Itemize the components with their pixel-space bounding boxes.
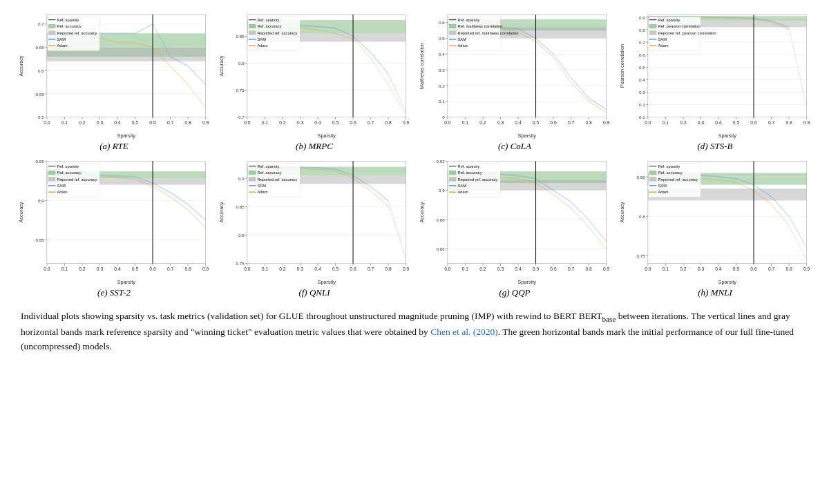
svg-rect-95 [249,30,256,35]
svg-text:0.4: 0.4 [715,120,722,125]
svg-text:0.5: 0.5 [639,65,645,70]
plot-cell-qnli: 0.00.10.20.30.40.50.60.70.80.90.750.80.8… [214,153,414,300]
plot-canvas-rte: 0.00.10.20.30.40.50.60.70.80.90.50.550.6… [17,8,211,139]
svg-text:Ref. sparsity: Ref. sparsity [457,164,479,168]
svg-text:Ref. sparsity: Ref. sparsity [658,164,680,168]
plot-cell-stsb: 0.00.10.20.30.40.50.60.70.80.90.10.20.30… [615,7,815,153]
svg-text:0.6: 0.6 [750,266,757,271]
svg-text:0.6: 0.6 [350,266,356,271]
citation-link[interactable]: Chen et al. (2020) [430,327,497,337]
svg-text:0.75: 0.75 [236,261,245,266]
svg-text:0.5: 0.5 [733,120,740,125]
svg-text:0.1: 0.1 [639,115,645,119]
svg-text:0.75: 0.75 [637,253,646,258]
svg-text:0.85: 0.85 [637,175,646,180]
svg-rect-46 [48,30,55,35]
svg-text:Ref. accuracy: Ref. accuracy [257,171,281,175]
plot-cell-mnli: 0.00.10.20.30.40.50.60.70.80.90.750.80.8… [615,153,815,300]
svg-text:0.88: 0.88 [437,217,446,222]
plot-canvas-qqp: 0.00.10.20.30.40.50.60.70.80.90.860.880.… [417,155,612,286]
svg-text:0.9: 0.9 [238,176,245,181]
svg-text:Reported ref. pearson correlat: Reported ref. pearson correlation [658,31,716,35]
caption-bert: BERTbase [576,311,616,321]
svg-text:Reported ref. accuracy: Reported ref. accuracy [57,31,97,35]
svg-text:0.7: 0.7 [167,120,174,125]
svg-text:0.1: 0.1 [61,266,68,271]
svg-text:0.2: 0.2 [639,102,645,107]
svg-text:SAM: SAM [457,37,466,41]
plot-canvas-qnli: 0.00.10.20.30.40.50.60.70.80.90.750.80.8… [217,155,412,286]
svg-text:SAM: SAM [57,184,66,188]
svg-text:0.3: 0.3 [698,120,705,125]
svg-text:0.6: 0.6 [149,266,156,271]
plot-canvas-sst2: 0.00.10.20.30.40.50.60.70.80.90.850.90.9… [17,155,211,286]
plot-canvas-mrpc: 0.00.10.20.30.40.50.60.70.80.90.70.750.8… [217,8,412,139]
svg-rect-217 [649,30,656,35]
svg-text:0.9: 0.9 [403,266,410,271]
svg-rect-93 [249,24,256,28]
plot-canvas-stsb: 0.00.10.20.30.40.50.60.70.80.90.10.20.30… [618,8,812,139]
svg-text:Adam: Adam [57,190,67,194]
svg-text:0.3: 0.3 [639,90,645,95]
svg-text:0.1: 0.1 [462,266,469,271]
svg-text:Sparsity: Sparsity [718,133,737,139]
svg-text:0.9: 0.9 [603,266,610,271]
svg-text:0.4: 0.4 [515,266,522,271]
svg-text:Adam: Adam [457,190,468,194]
svg-text:0.4: 0.4 [515,120,522,125]
svg-text:0.0: 0.0 [645,120,651,125]
svg-text:Ref. pearson correlation: Ref. pearson correlation [658,24,700,28]
svg-text:0.8: 0.8 [385,120,392,125]
svg-text:Adam: Adam [57,43,67,48]
svg-text:0.7: 0.7 [568,266,575,271]
svg-rect-261 [48,171,55,175]
svg-text:0.6: 0.6 [149,120,156,125]
svg-text:0.7: 0.7 [167,266,174,271]
svg-text:Ref. accuracy: Ref. accuracy [257,24,281,28]
svg-text:0.4: 0.4 [114,120,121,125]
svg-text:0.92: 0.92 [437,159,446,164]
svg-text:Matthews correlation: Matthews correlation [419,43,425,89]
svg-text:SAM: SAM [457,184,466,188]
svg-text:Ref. sparsity: Ref. sparsity [257,164,279,168]
svg-text:0.5: 0.5 [733,266,740,271]
svg-text:0.5: 0.5 [533,120,540,125]
svg-text:0.7: 0.7 [568,120,575,125]
svg-text:0.4: 0.4 [639,77,645,82]
svg-text:Ref. accuracy: Ref. accuracy [658,171,682,175]
plot-label-sst2: (e) SST-2 [97,287,131,298]
svg-text:0.7: 0.7 [768,120,775,125]
svg-text:0.3: 0.3 [698,266,705,271]
svg-text:0.95: 0.95 [36,159,45,164]
svg-text:0.0: 0.0 [444,120,451,125]
plot-cell-cola: 0.00.10.20.30.40.50.60.70.80.900.10.20.3… [414,7,615,153]
svg-text:0.6: 0.6 [350,120,356,125]
svg-text:0.5: 0.5 [439,36,445,41]
svg-text:0.1: 0.1 [663,266,669,271]
svg-text:Accuracy: Accuracy [218,55,225,76]
svg-text:0.2: 0.2 [279,266,286,271]
svg-text:Adam: Adam [257,190,267,194]
svg-text:0.2: 0.2 [479,120,486,125]
plot-cell-qqp: 0.00.10.20.30.40.50.60.70.80.90.860.880.… [414,153,615,300]
svg-text:0.6: 0.6 [550,120,557,125]
svg-text:Sparsity: Sparsity [318,279,336,285]
caption-text1: Individual plots showing sparsity vs. ta… [21,311,576,321]
svg-text:0.9: 0.9 [403,120,410,125]
svg-text:Accuracy: Accuracy [419,202,425,222]
svg-text:0.55: 0.55 [36,92,45,97]
svg-text:Sparsity: Sparsity [318,133,336,139]
svg-text:Accuracy: Accuracy [18,202,24,222]
svg-rect-263 [48,177,55,181]
svg-text:0.0: 0.0 [44,120,50,125]
svg-text:0.9: 0.9 [202,266,209,271]
svg-text:Ref. sparsity: Ref. sparsity [257,18,279,22]
main-container: 0.00.10.20.30.40.50.60.70.80.90.50.550.6… [0,0,829,361]
svg-text:0.5: 0.5 [38,115,44,119]
svg-text:Ref. accuracy: Ref. accuracy [57,171,81,175]
caption-area: Individual plots showing sparsity vs. ta… [14,309,815,354]
svg-text:0.8: 0.8 [184,120,191,125]
svg-text:0.6: 0.6 [38,68,44,73]
svg-text:0.1: 0.1 [663,120,669,125]
svg-text:0.3: 0.3 [97,120,104,125]
